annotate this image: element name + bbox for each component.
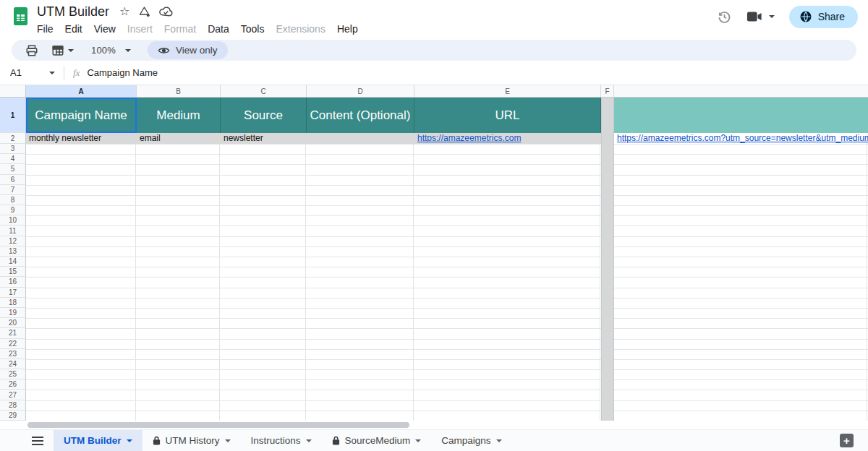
share-button-label: Share: [818, 11, 845, 22]
formula-bar: A1 fx Campaign Name: [0, 61, 868, 85]
cell-header-B1[interactable]: Medium: [137, 98, 221, 133]
star-icon[interactable]: ☆: [119, 6, 129, 17]
gridline-horizontal: [26, 185, 868, 186]
row-header-25[interactable]: 25: [0, 369, 26, 379]
print-button[interactable]: [22, 44, 42, 57]
gridline-horizontal: [26, 411, 868, 411]
row-header-7[interactable]: 7: [0, 185, 26, 195]
corner-plus-button[interactable]: +: [840, 434, 854, 447]
row-header-19[interactable]: 19: [0, 308, 26, 318]
menu-help[interactable]: Help: [331, 22, 364, 36]
version-history-icon[interactable]: [717, 9, 732, 25]
row-header-1[interactable]: 1: [0, 98, 26, 133]
sheet-tab-label: SourceMedium: [345, 435, 411, 446]
sheet-tab-caret-icon: [496, 439, 502, 442]
row-header-18[interactable]: 18: [0, 298, 26, 308]
cell-G2-link[interactable]: https://amazeemetrics.com?utm_source=new…: [617, 133, 868, 144]
sheets-logo-icon[interactable]: [11, 7, 30, 26]
sheet-tab-campaigns[interactable]: Campaigns: [431, 430, 511, 451]
cell-header-D1[interactable]: Content (Optional): [307, 98, 414, 133]
menu-data[interactable]: Data: [202, 22, 235, 36]
menu-view[interactable]: View: [88, 22, 122, 36]
column-header-C[interactable]: C: [221, 85, 307, 98]
gridline-horizontal: [26, 349, 868, 350]
sheet-tab-bar: UTM BuilderUTM HistoryInstructionsSource…: [0, 429, 868, 451]
all-sheets-button[interactable]: [22, 430, 54, 451]
menu-edit[interactable]: Edit: [59, 22, 88, 36]
column-header-D[interactable]: D: [307, 85, 414, 98]
menu-tools[interactable]: Tools: [235, 22, 271, 36]
row-header-14[interactable]: 14: [0, 257, 26, 267]
row-header-17[interactable]: 17: [0, 288, 26, 298]
gridline-vertical: [414, 98, 600, 421]
name-box[interactable]: A1: [0, 67, 64, 78]
gridline-horizontal: [26, 154, 868, 155]
view-only-chip[interactable]: View only: [148, 41, 228, 59]
cell-A2[interactable]: monthly newsletter: [29, 133, 101, 144]
sheet-tab-label: UTM History: [166, 435, 220, 446]
document-status-cloud-icon[interactable]: [159, 7, 173, 17]
cell-header-A1[interactable]: Campaign Name: [26, 98, 137, 133]
sheet-tab-instructions[interactable]: Instructions: [241, 430, 322, 451]
add-shortcut-to-drive-icon[interactable]: [138, 6, 150, 17]
cell-header-E1[interactable]: URL: [414, 98, 601, 133]
share-button[interactable]: Share: [789, 6, 858, 28]
horizontal-scrollbar-thumb[interactable]: [27, 422, 409, 428]
row-header-6[interactable]: 6: [0, 175, 26, 185]
cell-B2[interactable]: email: [140, 133, 161, 144]
row-header-8[interactable]: 8: [0, 195, 26, 205]
gridline-horizontal: [26, 236, 868, 237]
row-header-24[interactable]: 24: [0, 359, 26, 369]
spreadsheet-grid: ABCDEF 123456789101112131415161718192021…: [0, 85, 868, 421]
grid-cells-area[interactable]: Campaign NameMediumSourceContent (Option…: [26, 98, 868, 421]
join-call-button[interactable]: [746, 11, 775, 22]
gridline-vertical: [221, 98, 306, 421]
gridline-horizontal: [26, 175, 868, 176]
row-header-9[interactable]: 9: [0, 205, 26, 215]
column-header-A[interactable]: A: [26, 85, 137, 98]
gridline-vertical: [137, 98, 220, 421]
document-title[interactable]: UTM Builder: [37, 4, 109, 20]
row-header-26[interactable]: 26: [0, 379, 26, 390]
row-header-5[interactable]: 5: [0, 164, 26, 174]
row-header-16[interactable]: 16: [0, 277, 26, 287]
zoom-control[interactable]: 100%: [88, 45, 135, 56]
column-header-offscreen[interactable]: [614, 85, 868, 98]
row-header-27[interactable]: 27: [0, 390, 26, 400]
cell-G1-banner[interactable]: [614, 98, 868, 133]
row-header-11[interactable]: 11: [0, 226, 26, 236]
cell-header-C1[interactable]: Source: [221, 98, 307, 133]
sheet-view-button[interactable]: [48, 44, 77, 57]
row-header-29[interactable]: 29: [0, 411, 26, 421]
column-header-B[interactable]: B: [137, 85, 221, 98]
formula-input[interactable]: Campaign Name: [87, 67, 158, 78]
row-header-21[interactable]: 21: [0, 328, 26, 338]
row-header-10[interactable]: 10: [0, 215, 26, 226]
row-header-28[interactable]: 28: [0, 400, 26, 411]
sheet-tab-utm-builder[interactable]: UTM Builder: [54, 430, 142, 451]
sheet-tab-label: UTM Builder: [64, 435, 122, 446]
column-header-F[interactable]: F: [601, 85, 614, 98]
titlebar: UTM Builder ☆: [0, 0, 868, 33]
column-header-E[interactable]: E: [414, 85, 601, 98]
fx-icon: fx: [73, 67, 80, 79]
sheet-tab-sourcemedium[interactable]: SourceMedium: [322, 430, 432, 451]
row-header-12[interactable]: 12: [0, 236, 26, 246]
row-header-20[interactable]: 20: [0, 318, 26, 328]
zoom-level-label: 100%: [91, 45, 116, 56]
menu-file[interactable]: File: [31, 22, 59, 36]
sheet-tab-utm-history[interactable]: UTM History: [142, 430, 241, 451]
row-header-3[interactable]: 3: [0, 144, 26, 154]
gridline-vertical: [26, 98, 136, 421]
row-header-23[interactable]: 23: [0, 349, 26, 359]
horizontal-scrollbar: [0, 421, 868, 429]
row-header-22[interactable]: 22: [0, 339, 26, 349]
row-header-13[interactable]: 13: [0, 246, 26, 257]
cell-D2-link[interactable]: https://amazeemetrics.com: [417, 133, 521, 144]
row-header-2[interactable]: 2: [0, 133, 26, 144]
select-all-corner[interactable]: [0, 85, 26, 98]
row-header-15[interactable]: 15: [0, 267, 26, 277]
gridline-horizontal: [26, 226, 868, 226]
cell-C2[interactable]: newsletter: [224, 133, 263, 144]
row-header-4[interactable]: 4: [0, 154, 26, 164]
